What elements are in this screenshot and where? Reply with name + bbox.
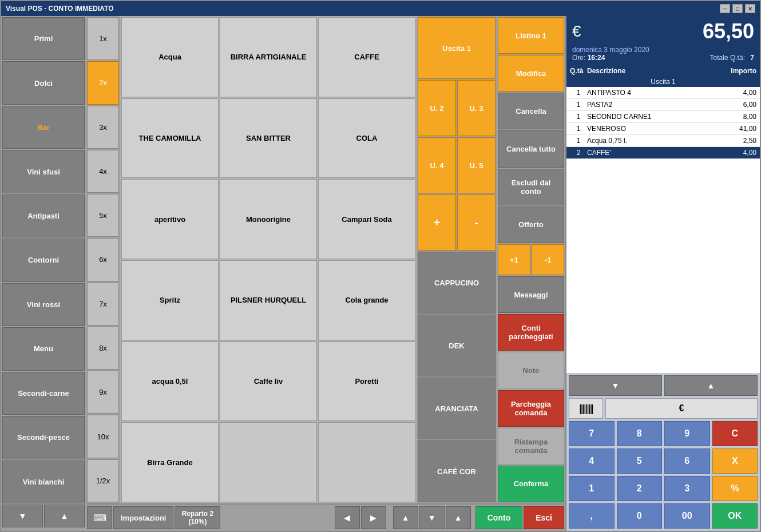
numpad-key-8[interactable]: 8 <box>617 421 663 446</box>
product-campari-soda[interactable]: Campari Soda <box>318 179 415 259</box>
restore-button[interactable]: □ <box>732 4 743 13</box>
mult-10x[interactable]: 10x <box>87 415 119 458</box>
product-acqua[interactable]: Acqua <box>121 17 219 97</box>
product-san-bitter[interactable]: SAN BITTER <box>220 98 317 178</box>
quick-minus[interactable]: - <box>457 194 496 251</box>
scroll-up-btn[interactable]: ▲ <box>664 375 758 396</box>
numpad-key-0[interactable]: 0 <box>617 503 663 529</box>
action-parcheggia[interactable]: Parcheggia comanda <box>498 390 564 427</box>
quick-u5[interactable]: U. 5 <box>457 137 496 193</box>
category-vini-sfusi[interactable]: Vini sfusi <box>2 150 85 193</box>
category-bar[interactable]: Bar <box>2 106 85 149</box>
conto-button[interactable]: Conto <box>475 506 522 529</box>
numpad-key-9[interactable]: 9 <box>664 421 710 446</box>
category-vini-bianchi[interactable]: Vini bianchi <box>2 460 85 503</box>
receipt-row-2[interactable]: 1 SECONDO CARNE1 8,00 <box>566 111 760 123</box>
action-offerto[interactable]: Offerto <box>498 207 564 243</box>
action-minus1[interactable]: -1 <box>532 244 564 275</box>
quick-u2[interactable]: U. 2 <box>418 80 456 136</box>
numpad-key-2[interactable]: 2 <box>617 476 663 501</box>
action-modifica[interactable]: Modifica <box>498 55 564 92</box>
category-dolci[interactable]: Dolci <box>2 61 85 104</box>
receipt-row-5[interactable]: 2 CAFFE' 4,00 <box>566 147 760 159</box>
action-cancella[interactable]: Cancella <box>498 93 564 129</box>
product-the-camomilla[interactable]: THE CAMOMILLA <box>121 98 219 178</box>
receipt-row-4[interactable]: 1 Acqua 0,75 l. 2,50 <box>566 135 760 147</box>
cat-scroll-up[interactable]: ▲ <box>44 505 85 527</box>
action-escludi[interactable]: Escludi dal conto <box>498 169 564 205</box>
category-secondi-pesce[interactable]: Secondi-pesce <box>2 416 85 459</box>
mult-4x[interactable]: 4x <box>87 150 119 193</box>
numpad-key-1[interactable]: 1 <box>569 476 615 501</box>
mult-5x[interactable]: 5x <box>87 194 119 237</box>
action-conti-parcheggiati[interactable]: Conti parcheggiati <box>498 314 564 351</box>
mult-6x[interactable]: 6x <box>87 238 119 281</box>
numpad-key-%[interactable]: % <box>712 476 758 501</box>
action-plus1[interactable]: +1 <box>498 244 530 275</box>
mult-7x[interactable]: 7x <box>87 283 119 325</box>
keyboard-button[interactable]: ⌨ <box>87 506 112 529</box>
numpad-key-X[interactable]: X <box>712 448 758 474</box>
product-aperitivo[interactable]: aperitivo <box>121 179 219 259</box>
action-listino1[interactable]: Listino 1 <box>498 17 564 54</box>
receipt-row-3[interactable]: 1 VENEROSO 41,00 <box>566 123 760 135</box>
cat-scroll-down[interactable]: ▼ <box>2 505 43 527</box>
product-birra-grande[interactable]: Birra Grande <box>121 422 219 502</box>
product-spritz[interactable]: Spritz <box>121 260 219 340</box>
quick-u4[interactable]: U. 4 <box>418 137 456 193</box>
category-menu[interactable]: Menu <box>2 327 85 370</box>
category-antipasti[interactable]: Antipasti <box>2 194 85 237</box>
quick-cafe-cor[interactable]: CAFÉ COR <box>418 440 496 502</box>
numpad-key-3[interactable]: 3 <box>664 476 710 501</box>
reparto-button[interactable]: Reparto 2 (10%) <box>175 506 220 529</box>
action-messaggi[interactable]: Messaggi <box>498 276 564 313</box>
impostazioni-button[interactable]: Impostazioni <box>113 506 173 529</box>
numpad-key-4[interactable]: 4 <box>569 448 615 474</box>
action-note[interactable]: Note <box>498 352 564 388</box>
quick-u3[interactable]: U. 3 <box>457 80 496 136</box>
quick-uscita1[interactable]: Uscita 1 <box>418 17 496 79</box>
close-button[interactable]: ✕ <box>745 4 755 13</box>
category-vini-rossi[interactable]: Vini rossi <box>2 283 85 326</box>
product-birra-artigianale[interactable]: BIRRA ARTIGIANALE <box>220 17 317 97</box>
numpad-key-OK[interactable]: OK <box>712 503 758 529</box>
product-cola[interactable]: COLA <box>318 98 415 178</box>
receipt-row-1[interactable]: 1 PASTA2 6,00 <box>566 99 760 111</box>
prod-scroll-left[interactable]: ◀ <box>335 506 360 529</box>
category-contorni[interactable]: Contorni <box>2 239 85 281</box>
product-acqua-05l[interactable]: acqua 0,5l <box>121 342 219 422</box>
product-monoorigine[interactable]: Monoorigine <box>220 179 317 259</box>
receipt-row-0[interactable]: 1 ANTIPASTO 4 4,00 <box>566 87 760 99</box>
esci-button[interactable]: Esci <box>524 506 564 529</box>
product-caffe-liv[interactable]: Caffe liv <box>220 342 317 422</box>
product-caffe[interactable]: CAFFE <box>318 17 415 97</box>
action-ristampa[interactable]: Ristampa comanda <box>498 428 564 464</box>
product-poretti[interactable]: Poretti <box>318 342 415 422</box>
barcode-button[interactable]: ||||||||| <box>569 398 603 419</box>
mult-3x[interactable]: 3x <box>87 106 119 149</box>
mult-8x[interactable]: 8x <box>87 327 119 370</box>
category-secondi-carne[interactable]: Secondi-carne <box>2 372 85 415</box>
prod-scroll-up[interactable]: ▲ <box>393 506 418 529</box>
quick-aranciata[interactable]: ARANCIATA <box>418 378 496 439</box>
numpad-key-00[interactable]: 00 <box>664 503 710 529</box>
prod-scroll-down[interactable]: ▼ <box>419 506 445 529</box>
quick-cappucino[interactable]: CAPPUCINO <box>418 252 496 313</box>
category-primi[interactable]: Primi <box>2 17 85 60</box>
euro-button[interactable]: € <box>605 398 758 419</box>
numpad-key-6[interactable]: 6 <box>664 448 710 474</box>
quick-plus[interactable]: + <box>418 194 456 251</box>
action-conferma[interactable]: Conferma <box>498 466 564 502</box>
mult-2x[interactable]: 2x <box>87 61 119 104</box>
prod-scroll-up2[interactable]: ▲ <box>446 506 471 529</box>
quick-dek[interactable]: DEK <box>418 315 496 376</box>
mult-1x[interactable]: 1x <box>87 17 119 60</box>
minimize-button[interactable]: ─ <box>720 4 730 13</box>
numpad-key-C[interactable]: C <box>712 421 758 446</box>
scroll-down-btn[interactable]: ▼ <box>569 375 662 396</box>
numpad-key-5[interactable]: 5 <box>617 448 663 474</box>
action-cancella-tutto[interactable]: Cancella tutto <box>498 130 564 167</box>
mult-9x[interactable]: 9x <box>87 371 119 414</box>
product-pilsner[interactable]: PILSNER HURQUELL <box>220 260 317 340</box>
numpad-key-7[interactable]: 7 <box>569 421 615 446</box>
